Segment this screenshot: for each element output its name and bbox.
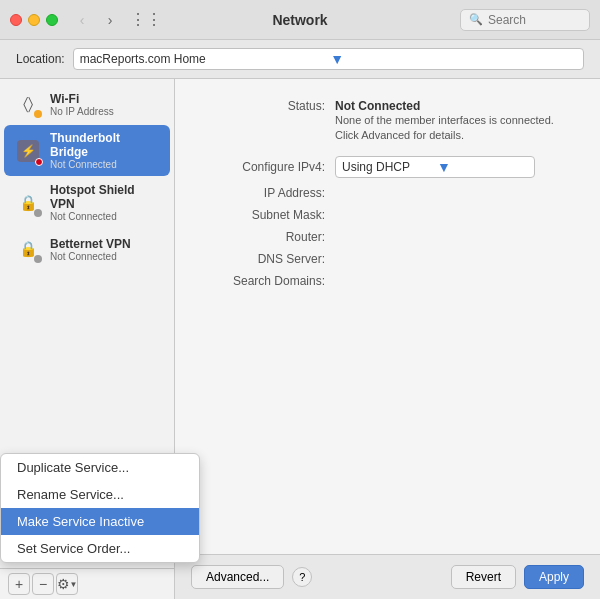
nav-buttons: ‹ › [70,8,122,32]
title-bar: ‹ › ⋮⋮ Network 🔍 [0,0,600,40]
menu-item-set-order[interactable]: Set Service Order... [1,535,199,562]
betternet-icon-area: 🔒 [14,235,42,263]
maximize-button[interactable] [46,14,58,26]
configure-ipv4-select[interactable]: Using DHCP ▼ [335,156,535,178]
thunderbolt-icon-area: ⚡ [14,137,42,165]
hotspot-status-dot [34,209,42,217]
location-dropdown-arrow: ▼ [330,51,577,67]
betternet-status-dot [34,255,42,263]
thunderbolt-name: Thunderbolt Bridge [50,131,160,159]
wifi-status-dot [34,110,42,118]
sidebar: 〈〉 Wi-Fi No IP Address ⚡ Thunder [0,79,175,599]
gear-button[interactable]: ⚙ ▼ [56,573,78,595]
search-domains-label: Search Domains: [205,274,325,288]
location-label: Location: [16,52,65,66]
configure-ipv4-label: Configure IPv4: [205,160,325,174]
full-layout: Location: macReports.com Home ▼ 〈〉 Wi-Fi… [0,40,600,599]
sidebar-item-betternet[interactable]: 🔒 Betternet VPN Not Connected [4,229,170,269]
dropdown-menu: Duplicate Service... Rename Service... M… [0,453,200,563]
dns-server-label: DNS Server: [205,252,325,266]
ip-address-label: IP Address: [205,186,325,200]
apply-button[interactable]: Apply [524,565,584,589]
search-input[interactable] [488,13,581,27]
back-button[interactable]: ‹ [70,8,94,32]
thunderbolt-status-dot [35,158,43,166]
search-bar[interactable]: 🔍 [460,9,590,31]
help-button[interactable]: ? [292,567,312,587]
search-domains-row: Search Domains: [205,274,570,288]
middle-area: 〈〉 Wi-Fi No IP Address ⚡ Thunder [0,79,600,599]
betternet-status: Not Connected [50,251,160,262]
menu-item-rename[interactable]: Rename Service... [1,481,199,508]
configure-ipv4-value: Using DHCP [342,160,433,174]
betternet-name: Betternet VPN [50,237,160,251]
hotspot-icon-area: 🔒 [14,189,42,217]
wifi-icon-area: 〈〉 [14,90,42,118]
ipv4-dropdown-arrow: ▼ [437,159,528,175]
status-label: Status: [205,99,325,144]
remove-service-button[interactable]: − [32,573,54,595]
sidebar-item-wifi[interactable]: 〈〉 Wi-Fi No IP Address [4,84,170,124]
hotspot-name: Hotspot Shield VPN [50,183,160,211]
location-value: macReports.com Home [80,52,327,66]
configure-ipv4-row: Configure IPv4: Using DHCP ▼ [205,156,570,178]
status-subtext: None of the member interfaces is connect… [335,114,554,141]
menu-item-duplicate[interactable]: Duplicate Service... [1,454,199,481]
thunderbolt-info: Thunderbolt Bridge Not Connected [50,131,160,170]
subnet-mask-row: Subnet Mask: [205,208,570,222]
action-right: Revert Apply [451,565,584,589]
gear-chevron: ▼ [70,580,78,589]
wifi-info: Wi-Fi No IP Address [50,92,160,117]
location-row: Location: macReports.com Home ▼ [0,40,600,79]
window-buttons [10,14,58,26]
action-bar: Advanced... ? Revert Apply [175,554,600,599]
sidebar-item-thunderbolt[interactable]: ⚡ Thunderbolt Bridge Not Connected [4,125,170,176]
content-area: Status: Not Connected None of the member… [175,79,600,599]
status-row: Status: Not Connected None of the member… [205,99,570,144]
advanced-button[interactable]: Advanced... [191,565,284,589]
wifi-name: Wi-Fi [50,92,160,106]
sidebar-toolbar: + − ⚙ ▼ [0,568,174,599]
wifi-icon: 〈〉 [23,95,33,113]
network-detail: Status: Not Connected None of the member… [175,79,600,554]
gear-icon: ⚙ [57,576,70,592]
wifi-status: No IP Address [50,106,160,117]
forward-button[interactable]: › [98,8,122,32]
router-label: Router: [205,230,325,244]
minimize-button[interactable] [28,14,40,26]
hotspot-status: Not Connected [50,211,160,222]
search-icon: 🔍 [469,13,483,26]
close-button[interactable] [10,14,22,26]
hotspot-info: Hotspot Shield VPN Not Connected [50,183,160,222]
subnet-mask-label: Subnet Mask: [205,208,325,222]
dns-server-row: DNS Server: [205,252,570,266]
window-title: Network [272,12,327,28]
grid-icon: ⋮⋮ [130,10,162,29]
sidebar-item-hotspot[interactable]: 🔒 Hotspot Shield VPN Not Connected [4,177,170,228]
revert-button[interactable]: Revert [451,565,516,589]
location-select[interactable]: macReports.com Home ▼ [73,48,584,70]
ip-address-row: IP Address: [205,186,570,200]
router-row: Router: [205,230,570,244]
thunderbolt-status: Not Connected [50,159,160,170]
status-value: Not Connected None of the member interfa… [335,99,554,144]
betternet-info: Betternet VPN Not Connected [50,237,160,262]
add-service-button[interactable]: + [8,573,30,595]
menu-item-make-inactive[interactable]: Make Service Inactive [1,508,199,535]
status-value-text: Not Connected [335,99,420,113]
